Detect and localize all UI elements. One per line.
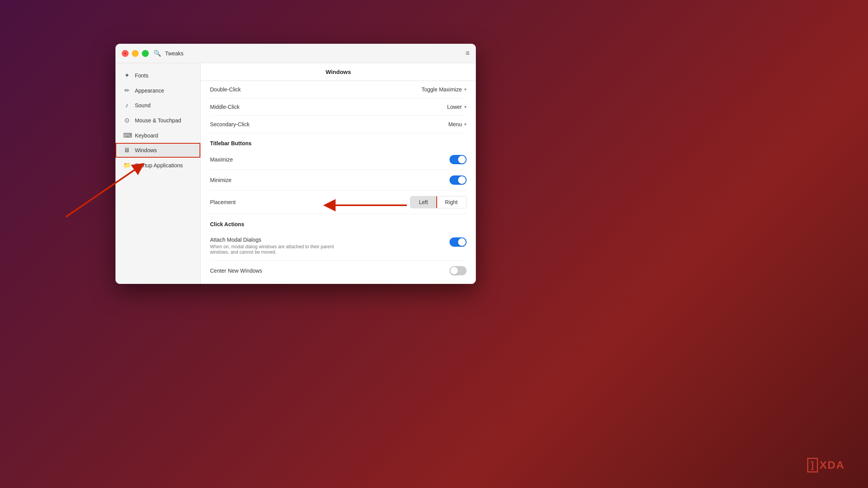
secondary-click-value: Menu: [448, 121, 462, 127]
titlebar-buttons-header: Titlebar Buttons: [210, 133, 467, 149]
secondary-click-dropdown[interactable]: Menu ▾: [448, 121, 467, 127]
double-click-row: Double-Click Toggle Maximize ▾: [210, 81, 467, 98]
maximize-row: Maximize: [210, 149, 467, 170]
minimize-row: Minimize: [210, 170, 467, 191]
maximize-label: Maximize: [210, 156, 233, 163]
sidebar-mouse-label: Mouse & Touchpad: [135, 117, 181, 124]
search-icon[interactable]: 🔍: [153, 50, 161, 57]
double-click-label: Double-Click: [210, 86, 241, 93]
double-click-arrow-icon: ▾: [464, 87, 467, 92]
sidebar-item-mouse-touchpad[interactable]: ⊙ Mouse & Touchpad: [115, 113, 200, 128]
attach-modal-sublabel: When on, modal dialog windows are attach…: [210, 244, 346, 255]
attach-modal-label: Attach Modal Dialogs: [210, 237, 346, 243]
sidebar-item-appearance[interactable]: ✏ Appearance: [115, 83, 200, 98]
center-windows-toggle[interactable]: [450, 266, 467, 275]
sidebar-keyboard-label: Keyboard: [135, 132, 158, 139]
middle-click-label: Middle-Click: [210, 104, 239, 110]
maximize-toggle-knob: [458, 156, 466, 163]
middle-click-dropdown[interactable]: Lower ▾: [447, 104, 467, 110]
close-button[interactable]: ×: [122, 50, 129, 57]
sidebar-appearance-label: Appearance: [135, 88, 164, 94]
titlebar: × 🔍 Tweaks ≡: [115, 44, 476, 63]
sidebar-item-windows[interactable]: 🖥 Windows: [115, 143, 200, 158]
xda-watermark: ] XDA: [807, 458, 845, 473]
maximize-toggle[interactable]: [450, 155, 467, 164]
sidebar-item-startup[interactable]: 📁 Startup Applications: [115, 158, 200, 173]
center-windows-label: Center New Windows: [210, 268, 262, 274]
xda-bracket-icon: ]: [807, 458, 818, 473]
keyboard-icon: ⌨: [123, 132, 130, 139]
window-action-key-row: Window Action Key Super ▾: [210, 281, 467, 284]
mouse-icon: ⊙: [123, 117, 130, 124]
secondary-click-arrow-icon: ▾: [464, 122, 467, 127]
click-actions-header: Click Actions: [210, 214, 467, 230]
menu-icon[interactable]: ≡: [465, 49, 470, 57]
minimize-label: Minimize: [210, 177, 231, 183]
secondary-click-label: Secondary-Click: [210, 121, 250, 127]
attach-modal-toggle[interactable]: [450, 237, 467, 247]
sidebar-item-keyboard[interactable]: ⌨ Keyboard: [115, 128, 200, 143]
sidebar-sound-label: Sound: [135, 102, 150, 108]
content-area: ✦ Fonts ✏ Appearance ♪ Sound ⊙ Mouse & T…: [115, 63, 476, 284]
window-controls: ×: [122, 50, 149, 57]
sidebar: ✦ Fonts ✏ Appearance ♪ Sound ⊙ Mouse & T…: [115, 63, 201, 284]
center-windows-row: Center New Windows: [210, 261, 467, 281]
middle-click-arrow-icon: ▾: [464, 104, 467, 110]
sidebar-startup-label: Startup Applications: [135, 162, 183, 168]
middle-click-row: Middle-Click Lower ▾: [210, 98, 467, 116]
placement-label: Placement: [210, 199, 236, 205]
fonts-icon: ✦: [123, 72, 130, 79]
placement-left-button[interactable]: Left: [410, 196, 436, 208]
placement-button-group: Left Right: [410, 196, 467, 208]
secondary-click-row: Secondary-Click Menu ▾: [210, 116, 467, 133]
placement-right-button[interactable]: Right: [436, 196, 466, 208]
middle-click-value: Lower: [447, 104, 462, 110]
startup-icon: 📁: [123, 162, 130, 169]
placement-row: Placement Left Right: [210, 191, 467, 214]
sound-icon: ♪: [123, 102, 130, 109]
minimize-toggle[interactable]: [450, 175, 467, 185]
sidebar-item-sound[interactable]: ♪ Sound: [115, 98, 200, 113]
double-click-dropdown[interactable]: Toggle Maximize ▾: [422, 86, 467, 93]
appearance-icon: ✏: [123, 87, 130, 94]
double-click-value: Toggle Maximize: [422, 86, 462, 93]
minimize-button[interactable]: [132, 50, 139, 57]
windows-icon: 🖥: [123, 147, 130, 154]
main-panel: Windows Double-Click Toggle Maximize ▾ M…: [201, 63, 476, 284]
panel-content: Double-Click Toggle Maximize ▾ Middle-Cl…: [201, 81, 476, 284]
sidebar-windows-label: Windows: [135, 147, 157, 153]
attach-modal-toggle-knob: [458, 238, 466, 246]
center-windows-toggle-knob: [450, 267, 458, 275]
maximize-button[interactable]: [142, 50, 149, 57]
panel-title: Windows: [201, 63, 476, 81]
minimize-toggle-knob: [458, 176, 466, 184]
app-title: Tweaks: [165, 50, 183, 57]
xda-text: XDA: [820, 459, 845, 471]
tweaks-window: × 🔍 Tweaks ≡ ✦ Fonts ✏ Appearance ♪ Soun…: [115, 44, 476, 284]
sidebar-item-fonts[interactable]: ✦ Fonts: [115, 68, 200, 83]
attach-modal-row: Attach Modal Dialogs When on, modal dial…: [210, 230, 467, 261]
sidebar-fonts-label: Fonts: [135, 72, 148, 79]
